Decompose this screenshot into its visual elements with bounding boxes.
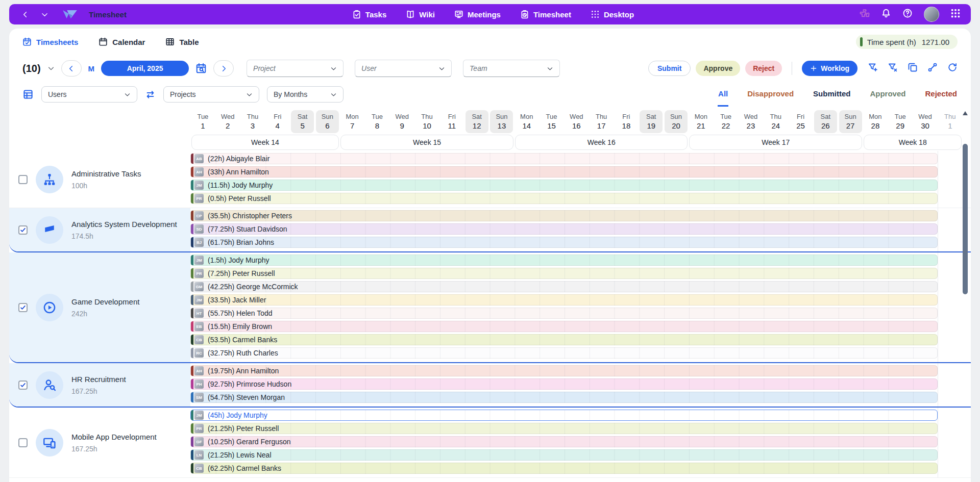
add-worklog-button[interactable]: Worklog [802, 61, 857, 76]
worklog-accent [191, 379, 193, 389]
scrollbar-thumb[interactable] [963, 144, 968, 294]
status-tab-submitted[interactable]: Submitted [813, 82, 851, 107]
worklog-bar[interactable]: JM(45h) Jody Murphy [190, 410, 938, 421]
day-number: 28 [864, 121, 887, 131]
link-icon[interactable] [927, 62, 938, 74]
divider [792, 62, 792, 75]
next-month-button[interactable] [213, 60, 234, 77]
worklog-bar[interactable]: PR(0.5h) Peter Russell [190, 193, 938, 204]
project-checkbox[interactable] [18, 380, 28, 390]
month-selector[interactable]: April, 2025 [101, 61, 189, 76]
tab-calendar[interactable]: Calendar [99, 37, 145, 46]
worklog-label: (92.75h) Primrose Hudson [208, 380, 291, 388]
toolbar: (10) M April, 2025 ProjectUserTeam Submi… [9, 55, 971, 82]
swap-icon[interactable] [145, 89, 156, 100]
user-avatar: GM [194, 282, 204, 291]
scroll-up-arrow[interactable] [963, 111, 968, 115]
submit-button[interactable]: Submit [648, 61, 691, 76]
project-group: HR Recruitment167.25hAH(19.75h) Ann Hami… [9, 363, 971, 408]
worklog-bar[interactable]: JM(1.5h) Jody Murphy [190, 255, 938, 266]
user-avatar[interactable] [924, 7, 939, 22]
worklog-bar[interactable]: PR(7.25h) Peter Russell [190, 268, 938, 279]
group-select-by-months[interactable]: By Months [267, 86, 344, 103]
timesheet-grid: Tue1Wed2Thu3Fri4Sat5Sun6Mon7Tue8Wed9Thu1… [9, 107, 971, 478]
status-tab-approved[interactable]: Approved [869, 82, 906, 107]
refresh-icon[interactable] [947, 62, 958, 74]
prev-month-button[interactable] [61, 60, 82, 77]
worklog-bar[interactable]: RC(32.75h) Ruth Charles [190, 347, 938, 359]
project-checkbox[interactable] [18, 438, 28, 447]
worklog-bar[interactable]: HT(55.75h) Helen Todd [190, 308, 938, 319]
worklog-bar[interactable]: BJ(61.75h) Brian Johns [190, 237, 938, 248]
tab-label: Table [179, 38, 199, 46]
status-tab-all[interactable]: All [718, 82, 728, 107]
mode-letter[interactable]: M [88, 64, 95, 73]
worklog-bar[interactable]: JM(11.5h) Jody Murphy [190, 180, 938, 191]
day-column-tue-22: Tue22 [714, 110, 739, 133]
time-spent-badge: Time spent (h) 1271.00 [856, 35, 958, 49]
nav-item-meetings[interactable]: Meetings [454, 10, 501, 19]
approve-button[interactable]: Approve [696, 61, 740, 76]
group-count[interactable]: (10) [22, 63, 41, 74]
toolbar-left: (10) M April, 2025 ProjectUserTeam [22, 60, 560, 77]
worklog-bar[interactable]: PR(21.25h) Peter Russell [190, 423, 938, 434]
vertical-scrollbar[interactable] [962, 111, 968, 462]
puzzle-icon[interactable] [860, 8, 870, 20]
project-name: Administrative Tasks [71, 169, 141, 178]
worklog-label: (1.5h) Jody Murphy [208, 256, 270, 264]
help-icon[interactable] [902, 8, 913, 20]
user-avatar: AH [194, 167, 204, 176]
copy-icon[interactable] [908, 62, 918, 74]
nav-item-desktop[interactable]: Desktop [591, 10, 634, 19]
worklog-bar[interactable]: LN(21.25h) Lewis Neal [190, 449, 938, 461]
reject-button[interactable]: Reject [745, 61, 782, 76]
bell-icon[interactable] [881, 8, 891, 20]
worklog-accent [191, 423, 193, 434]
tab-timesheets[interactable]: Timesheets [22, 37, 78, 46]
filter-select-team[interactable]: Team [463, 60, 560, 77]
day-column-tue-15: Tue15 [539, 110, 564, 133]
time-spent-value: 1271.00 [922, 38, 949, 46]
user-avatar: CB [194, 335, 204, 344]
worklog-bar[interactable]: AH(19.75h) Ann Hamilton [190, 365, 938, 376]
day-box: Sat5 [291, 110, 314, 133]
worklog-bar[interactable]: EB(15.5h) Emily Brown [190, 321, 938, 332]
project-checkbox[interactable] [18, 303, 28, 312]
filter-select-user[interactable]: User [355, 60, 452, 77]
worklog-bar[interactable]: CP(35.5h) Christopher Peters [190, 210, 938, 221]
group-select-users[interactable]: Users [41, 86, 137, 103]
worklog-bar[interactable]: AB(22h) Abigayle Blair [190, 153, 938, 164]
expand-button[interactable] [39, 9, 50, 20]
worklog-bar[interactable]: SD(77.25h) Stuart Davidson [190, 223, 938, 235]
group-select-projects[interactable]: Projects [163, 86, 259, 103]
worklog-bar[interactable]: JM(33.5h) Jack Miller [190, 294, 938, 306]
apps-grid-icon [950, 8, 961, 18]
project-panel: Administrative Tasks100h [9, 151, 190, 208]
worklog-bar[interactable]: CB(62.25h) Carmel Banks [190, 463, 938, 474]
back-button[interactable] [19, 9, 31, 20]
status-tab-disapproved[interactable]: Disapproved [747, 82, 794, 107]
project-checkbox[interactable] [18, 175, 28, 184]
worklog-bar[interactable]: PH(92.75h) Primrose Hudson [190, 378, 938, 390]
status-tab-rejected[interactable]: Rejected [924, 82, 958, 107]
worklog-bar[interactable]: GF(10.25h) Gerard Ferguson [190, 436, 938, 447]
worklog-bar[interactable]: CB(53.5h) Carmel Banks [190, 334, 938, 345]
filter-add-icon[interactable] [868, 62, 878, 74]
day-box: Wed30 [914, 110, 937, 133]
day-column-sat-5: Sat5 [290, 110, 315, 133]
worklog-bar[interactable]: AH(33h) Ann Hamilton [190, 166, 938, 177]
chevron-down-icon[interactable] [47, 65, 55, 72]
project-checkbox[interactable] [18, 225, 28, 235]
worklog-bar[interactable]: GM(42.25h) George McCormick [190, 281, 938, 292]
filter-select-project[interactable]: Project [247, 60, 344, 77]
nav-item-tasks[interactable]: Tasks [352, 10, 386, 19]
apps-grid-icon[interactable] [950, 8, 961, 20]
day-number: 11 [440, 121, 463, 131]
worklog-bar[interactable]: SM(54.75h) Steven Morgan [190, 392, 938, 403]
nav-item-wiki[interactable]: Wiki [406, 10, 435, 19]
calendar-search-icon[interactable] [195, 63, 207, 74]
tab-table[interactable]: Table [165, 37, 199, 46]
project-meta: Analytics System Development174.5h [71, 220, 177, 240]
nav-item-timesheet[interactable]: Timesheet [520, 10, 571, 19]
filter-clear-icon[interactable] [888, 62, 898, 74]
